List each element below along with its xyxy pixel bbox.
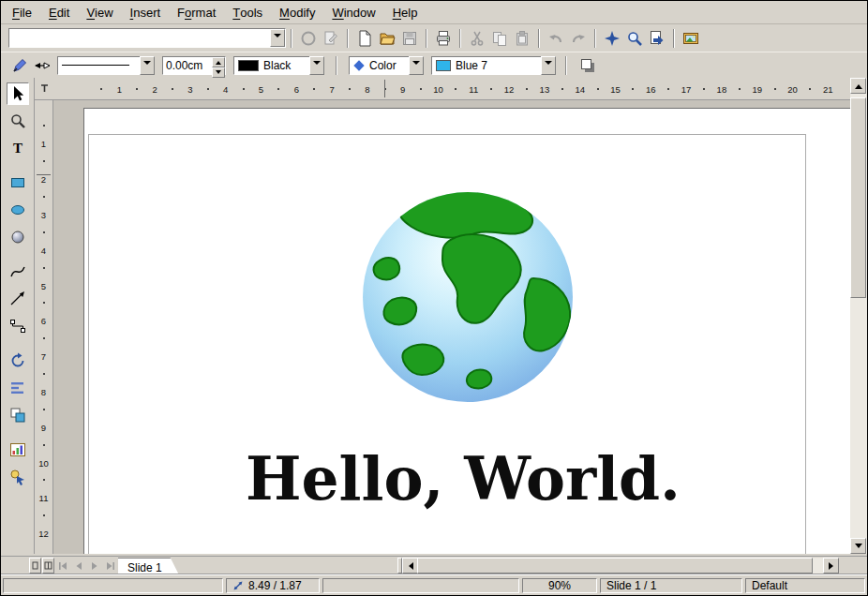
line-color-swatch (238, 60, 259, 71)
separator (594, 29, 596, 48)
line-color-label: Black (263, 59, 291, 72)
menu-edit[interactable]: Edit (40, 1, 78, 23)
spin-down-button[interactable] (212, 67, 225, 78)
horizontal-scrollbar[interactable] (402, 558, 839, 574)
lines-arrows-tool-button[interactable] (7, 288, 29, 310)
zoom-level-field[interactable]: 90% (522, 578, 597, 593)
select-tool-button[interactable] (7, 82, 29, 105)
zoom-button[interactable] (623, 27, 646, 50)
menu-help[interactable]: Help (384, 1, 427, 23)
ruler-tick (632, 88, 634, 90)
paste-button[interactable] (511, 27, 533, 50)
edit-file-button[interactable] (320, 27, 342, 50)
zoom-icon (626, 30, 643, 47)
vertical-scroll-thumb[interactable] (850, 97, 866, 298)
fill-color-dropdown-button[interactable] (541, 56, 556, 75)
menu-tools[interactable]: Tools (224, 1, 271, 23)
vertical-scrollbar[interactable] (850, 78, 867, 554)
slide-title-text[interactable]: Hello, World. (246, 450, 681, 509)
navigator-button[interactable] (601, 27, 623, 50)
ellipse-tool-button[interactable] (7, 199, 29, 221)
page-style-field[interactable]: Default (745, 578, 865, 593)
url-input[interactable] (9, 29, 270, 47)
menu-file[interactable]: File (4, 1, 40, 23)
horizontal-scroll-thumb[interactable] (417, 558, 813, 574)
text-tool-button[interactable]: T (7, 137, 29, 159)
open-document-button[interactable] (376, 27, 398, 50)
scroll-up-button[interactable] (850, 78, 866, 94)
menu-insert[interactable]: Insert (122, 1, 170, 23)
next-slide-button[interactable] (86, 558, 102, 574)
splitter-handle-button[interactable] (29, 558, 41, 574)
cursor-position-field[interactable]: 8.49 / 1.87 (226, 578, 320, 593)
print-button[interactable] (432, 27, 455, 50)
ruler-tick (349, 88, 351, 90)
ruler-tick (561, 88, 563, 90)
first-slide-button[interactable] (54, 558, 70, 574)
hyperlink-button[interactable] (646, 27, 668, 50)
next-slide-icon (90, 561, 99, 571)
slide-tab-label: Slide 1 (127, 561, 162, 574)
line-dialog-button[interactable] (8, 54, 31, 77)
alignment-tool-button[interactable] (7, 377, 29, 399)
curve-tool-button[interactable] (7, 261, 29, 283)
menu-view[interactable]: View (78, 1, 121, 23)
horizontal-ruler[interactable]: 123456789101112131415161718192021 (53, 78, 850, 100)
vertical-ruler[interactable]: 123456789101112 (35, 100, 53, 554)
menu-window[interactable]: Window (323, 1, 383, 23)
previous-slide-button[interactable] (70, 558, 86, 574)
cut-button[interactable] (466, 27, 488, 50)
slide-tab[interactable]: Slide 1 (118, 558, 179, 574)
save-document-button[interactable] (398, 27, 421, 50)
arrange-tool-button[interactable] (7, 404, 29, 426)
menu-modify[interactable]: Modify (271, 1, 323, 23)
globe-image[interactable] (360, 189, 576, 405)
shadow-button[interactable] (576, 54, 599, 77)
insert-tool-button[interactable] (7, 439, 29, 461)
line-width-input[interactable] (163, 57, 212, 74)
new-document-icon (356, 30, 373, 47)
objects-3d-tool-button[interactable] (7, 226, 29, 248)
menu-format[interactable]: Format (169, 1, 224, 23)
tab-split-button[interactable] (42, 558, 54, 574)
undo-button[interactable] (545, 27, 567, 50)
fill-style-dropdown-button[interactable] (409, 56, 424, 75)
ruler-number: 1 (117, 83, 122, 94)
ruler-number: 13 (540, 83, 550, 94)
new-document-button[interactable] (353, 27, 376, 50)
ruler-corner[interactable] (35, 78, 53, 100)
line-color-select[interactable]: Black (233, 56, 324, 75)
scroll-left-button[interactable] (402, 558, 418, 574)
fill-style-select[interactable]: Color (349, 56, 424, 75)
url-dropdown-button[interactable] (270, 29, 285, 47)
ruler-tick (43, 373, 45, 375)
slide-tab-bar: Slide 1 (1, 556, 867, 574)
rotate-tool-button[interactable] (7, 350, 29, 372)
slide-canvas[interactable]: Hello, World. (53, 100, 850, 554)
page-style-value: Default (752, 579, 787, 592)
ruler-cursor-mark (37, 174, 51, 175)
spin-up-button[interactable] (212, 57, 225, 67)
connector-tool-icon (9, 318, 26, 335)
scroll-down-button[interactable] (850, 538, 866, 554)
redo-button[interactable] (567, 27, 590, 50)
gallery-button[interactable] (680, 27, 702, 50)
slide-number-field[interactable]: Slide 1 / 1 (600, 578, 742, 593)
slide-page[interactable]: Hello, World. (83, 108, 850, 554)
stop-button[interactable] (297, 27, 320, 50)
fill-color-select[interactable]: Blue 7 (431, 56, 556, 75)
stop-icon (300, 30, 317, 47)
line-style-dropdown-button[interactable] (140, 56, 155, 75)
interaction-tool-button[interactable] (7, 466, 29, 488)
zoom-tool-button[interactable] (7, 110, 29, 132)
connector-tool-button[interactable] (7, 315, 29, 337)
line-color-dropdown-button[interactable] (309, 56, 324, 75)
rectangle-tool-button[interactable] (7, 171, 29, 194)
line-style-select[interactable] (57, 56, 155, 75)
arrow-style-icon (34, 57, 51, 74)
arrow-style-button[interactable] (31, 54, 53, 77)
ruler-number: 15 (610, 83, 621, 94)
last-slide-button[interactable] (102, 558, 118, 574)
copy-button[interactable] (488, 27, 511, 50)
scroll-right-button[interactable] (823, 558, 839, 574)
